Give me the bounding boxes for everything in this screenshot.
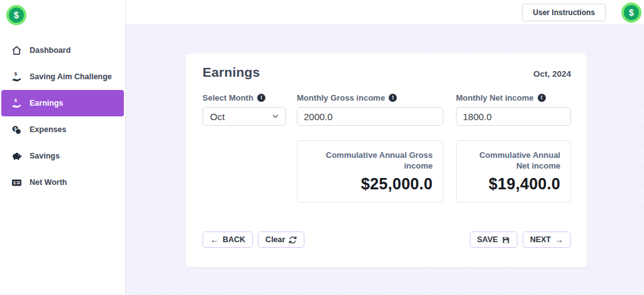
cumulative-net-label: Commulative Annual Net income <box>467 150 560 171</box>
app-logo: $ <box>6 5 26 25</box>
net-income-label: Monthly Net income ! <box>456 93 571 103</box>
save-button[interactable]: SAVE <box>470 231 518 248</box>
cumulative-gross-label: Commulative Annual Gross income <box>308 150 433 171</box>
net-income-field: Monthly Net income ! <box>456 93 571 126</box>
svg-text:$: $ <box>14 98 17 103</box>
home-icon <box>11 45 22 56</box>
arrow-left-icon: ← <box>210 235 219 244</box>
right-button-group: SAVE NEXT → <box>470 231 571 248</box>
sidebar-item-label: Savings <box>30 152 60 160</box>
sidebar-item-savings[interactable]: Savings <box>0 143 125 169</box>
account-coin-icon[interactable]: $ <box>621 3 641 23</box>
coins-icon: $ <box>11 125 22 135</box>
money-check-icon: $ <box>11 177 22 188</box>
clear-button[interactable]: Clear <box>258 231 304 248</box>
sidebar-nav: Dashboard $ Saving Aim Challenge $ Earni… <box>0 37 125 196</box>
gross-income-label: Monthly Gross income ! <box>297 93 443 103</box>
fields-row: Select Month ! Oct Monthly Gross income … <box>203 93 571 126</box>
topbar: User Instructions $ <box>126 0 644 25</box>
sidebar-item-label: Dashboard <box>30 46 70 55</box>
cumulative-net-value: $19,400.0 <box>467 175 560 193</box>
buttons-row: ← BACK Clear SAVE NEXT <box>203 231 571 248</box>
hand-dollar-icon: $ <box>11 72 22 82</box>
page-title: Earnings <box>203 65 260 80</box>
svg-text:$: $ <box>13 180 16 185</box>
refresh-icon <box>289 236 297 244</box>
earnings-card: Earnings Oct, 2024 Select Month ! Oct Mo <box>186 53 587 267</box>
select-month-field: Select Month ! Oct <box>203 93 286 126</box>
user-instructions-button[interactable]: User Instructions <box>522 4 606 21</box>
net-income-input[interactable] <box>456 107 571 126</box>
sidebar-item-dashboard[interactable]: Dashboard <box>0 37 125 64</box>
gross-income-input[interactable] <box>297 107 443 126</box>
sidebar-item-earnings[interactable]: $ Earnings <box>1 90 124 116</box>
arrow-right-icon: → <box>555 235 564 244</box>
svg-text:$: $ <box>14 72 17 77</box>
sidebar-item-label: Net Worth <box>30 178 67 187</box>
gross-income-field: Monthly Gross income ! <box>297 93 443 126</box>
cumulative-gross-card: Commulative Annual Gross income $25,000.… <box>297 140 443 203</box>
month-select-value: Oct <box>210 111 225 122</box>
card-header: Earnings Oct, 2024 <box>203 65 571 80</box>
select-month-label: Select Month ! <box>203 93 286 103</box>
info-icon[interactable]: ! <box>257 94 265 102</box>
sidebar-item-net-worth[interactable]: $ Net Worth <box>0 169 125 196</box>
month-select[interactable]: Oct <box>203 107 286 126</box>
chevron-down-icon <box>271 112 280 121</box>
back-button[interactable]: ← BACK <box>203 231 253 248</box>
period-label: Oct, 2024 <box>533 69 571 79</box>
sidebar: $ Dashboard $ Saving Aim Challenge $ Ear… <box>0 0 126 295</box>
sidebar-item-label: Expenses <box>30 125 66 134</box>
next-button[interactable]: NEXT → <box>523 231 571 248</box>
piggy-bank-icon <box>11 151 22 162</box>
summary-row: Commulative Annual Gross income $25,000.… <box>203 140 571 203</box>
hand-dollar-icon: $ <box>11 98 22 109</box>
sidebar-item-expenses[interactable]: $ Expenses <box>0 116 125 143</box>
save-floppy-icon <box>502 236 510 244</box>
sidebar-item-label: Saving Aim Challenge <box>30 72 112 81</box>
cumulative-net-card: Commulative Annual Net income $19,400.0 <box>456 140 571 203</box>
info-icon[interactable]: ! <box>389 94 397 102</box>
sidebar-item-label: Earnings <box>30 99 64 108</box>
sidebar-item-saving-aim-challenge[interactable]: $ Saving Aim Challenge <box>0 64 125 90</box>
left-button-group: ← BACK Clear <box>203 231 304 248</box>
main-content: Earnings Oct, 2024 Select Month ! Oct Mo <box>126 25 644 295</box>
info-icon[interactable]: ! <box>538 94 546 102</box>
dollar-coin-icon: $ <box>6 5 26 25</box>
cumulative-gross-value: $25,000.0 <box>308 175 433 193</box>
